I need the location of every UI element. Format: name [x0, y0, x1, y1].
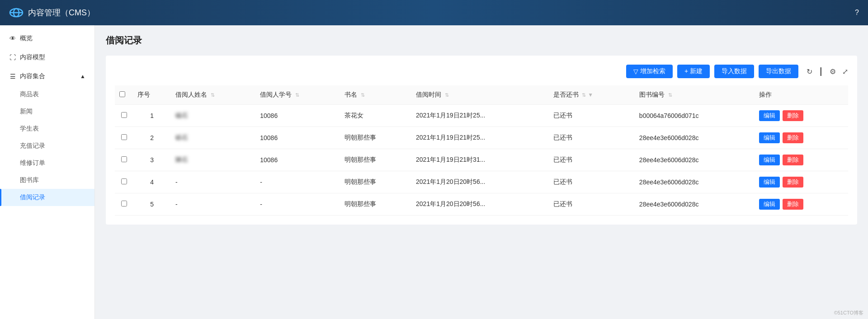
row-book-name: 明朝那些事: [340, 127, 411, 149]
delete-button[interactable]: 删除: [783, 199, 803, 210]
search-filter-button[interactable]: ▽ 增加检索: [626, 65, 673, 78]
table-row: 3陋石10086明朝那些事2021年1月19日21时31...已还书28ee4e…: [115, 149, 848, 171]
sidebar-item-repair[interactable]: 维修订单: [0, 155, 94, 172]
sidebar-sub-label-borrow: 借阅记录: [20, 193, 45, 202]
header-borrow-time: 借阅时间 ⇅: [411, 85, 549, 105]
row-checkbox-cell: [115, 127, 133, 149]
edit-button[interactable]: 编辑: [759, 110, 780, 121]
settings-icon[interactable]: ⚙: [830, 67, 836, 76]
new-label: + 新建: [684, 67, 703, 75]
header-borrower-id: 借阅人学号 ⇅: [255, 85, 340, 105]
row-checkbox-cell: [115, 105, 133, 127]
sidebar-item-overview[interactable]: 👁 概览: [0, 29, 94, 48]
row-checkbox[interactable]: [121, 112, 127, 118]
sidebar-sub-label-recharge: 充值记录: [20, 142, 45, 150]
main-content: 借阅记录 ▽ 增加检索 + 新建 导入数据 导出数据 ↻: [95, 25, 868, 319]
row-seq: 2: [133, 127, 171, 149]
row-borrow-time: 2021年1月19日21时25...: [411, 105, 549, 127]
row-is-returned: 已还书: [549, 149, 635, 171]
refresh-icon[interactable]: ↻: [807, 67, 812, 76]
delete-button[interactable]: 删除: [783, 177, 803, 188]
header-book-name: 书名 ⇅: [340, 85, 411, 105]
search-filter-label: 增加检索: [640, 67, 665, 75]
table-header-row: 序号 借阅人姓名 ⇅ 借阅人学号 ⇅ 书名 ⇅: [115, 85, 848, 105]
blurred-name: 陋石: [175, 156, 188, 163]
delete-button[interactable]: 删除: [783, 155, 803, 165]
filter-is-returned-icon[interactable]: ▼: [588, 92, 593, 98]
header-title: 内容管理（CMS）: [28, 7, 95, 18]
help-icon[interactable]: ?: [855, 9, 859, 17]
row-seq: 4: [133, 171, 171, 193]
sort-book-id-icon[interactable]: ⇅: [668, 92, 672, 98]
row-seq: 3: [133, 149, 171, 171]
row-borrower-name: -: [171, 171, 255, 193]
header-action: 操作: [755, 85, 848, 105]
sidebar-sub-label-repair: 维修订单: [20, 159, 45, 167]
row-book-name: 明朝那些事: [340, 149, 411, 171]
sidebar-item-student[interactable]: 学生表: [0, 120, 94, 137]
blurred-name: 磁石: [175, 112, 188, 119]
row-borrower-name: 砾石: [171, 127, 255, 149]
sort-borrow-time-icon[interactable]: ⇅: [445, 92, 449, 98]
export-label: 导出数据: [766, 67, 791, 75]
table-row: 2砾石10086明朝那些事2021年1月19日21时25...已还书28ee4e…: [115, 127, 848, 149]
row-borrower-id: -: [255, 171, 340, 193]
select-all-checkbox[interactable]: [119, 91, 125, 97]
data-table: 序号 借阅人姓名 ⇅ 借阅人学号 ⇅ 书名 ⇅: [115, 85, 848, 216]
table-row: 4--明朝那些事2021年1月20日20时56...已还书28ee4e3e600…: [115, 171, 848, 193]
sidebar-item-news[interactable]: 新闻: [0, 103, 94, 120]
sort-borrower-id-icon[interactable]: ⇅: [295, 92, 299, 98]
model-icon: ⛶: [9, 54, 16, 61]
sidebar-sub-label-library: 图书库: [20, 176, 39, 184]
edit-button[interactable]: 编辑: [759, 177, 780, 188]
eye-icon: 👁: [9, 35, 16, 42]
collection-icon: ☰: [9, 73, 16, 80]
import-label: 导入数据: [722, 67, 747, 75]
fullscreen-icon[interactable]: ⤢: [842, 67, 848, 76]
import-button[interactable]: 导入数据: [714, 65, 754, 78]
sidebar-label-content-model: 内容模型: [20, 53, 85, 61]
row-checkbox-cell: [115, 149, 133, 171]
row-seq: 1: [133, 105, 171, 127]
sidebar-item-content-collection[interactable]: ☰ 内容集合 ▲: [0, 67, 94, 86]
sidebar-item-content-model[interactable]: ⛶ 内容模型: [0, 48, 94, 67]
row-borrower-id: 10086: [255, 149, 340, 171]
cms-logo-icon: [9, 5, 24, 20]
edit-button[interactable]: 编辑: [759, 132, 780, 143]
sidebar-item-library[interactable]: 图书库: [0, 172, 94, 189]
delete-button[interactable]: 删除: [783, 110, 803, 121]
edit-button[interactable]: 编辑: [759, 199, 780, 210]
column-icon[interactable]: ┃: [819, 67, 823, 76]
row-checkbox[interactable]: [121, 156, 127, 162]
row-borrower-name: 磁石: [171, 105, 255, 127]
sort-book-name-icon[interactable]: ⇅: [361, 92, 365, 98]
row-checkbox[interactable]: [121, 201, 127, 206]
new-button[interactable]: + 新建: [677, 65, 710, 78]
row-checkbox-cell: [115, 171, 133, 193]
sidebar-label-overview: 概览: [20, 34, 85, 42]
edit-button[interactable]: 编辑: [759, 155, 780, 165]
header-is-returned: 是否还书 ⇅ ▼: [549, 85, 635, 105]
chevron-up-icon: ▲: [80, 73, 85, 80]
row-borrower-id: 10086: [255, 105, 340, 127]
sidebar-item-recharge[interactable]: 充值记录: [0, 137, 94, 155]
sort-borrower-name-icon[interactable]: ⇅: [211, 92, 215, 98]
row-checkbox-cell: [115, 193, 133, 216]
filter-icon: ▽: [633, 68, 638, 75]
row-book-id: b00064a76006d071c: [635, 105, 755, 127]
delete-button[interactable]: 删除: [783, 132, 803, 143]
export-button[interactable]: 导出数据: [759, 65, 798, 78]
row-borrower-id: 10086: [255, 127, 340, 149]
row-checkbox[interactable]: [121, 178, 127, 184]
sidebar-sub-label-goods: 商品表: [20, 90, 39, 99]
app-layout: 👁 概览 ⛶ 内容模型 ☰ 内容集合 ▲ 商品表 新闻 学生表 充值记录 维修订…: [0, 25, 868, 319]
sort-is-returned-icon[interactable]: ⇅: [582, 92, 586, 98]
row-borrower-name: 陋石: [171, 149, 255, 171]
sidebar-item-borrow[interactable]: 借阅记录: [0, 189, 94, 206]
header-borrower-name: 借阅人姓名 ⇅: [171, 85, 255, 105]
row-checkbox[interactable]: [121, 134, 127, 140]
watermark: ©51CTO博客: [834, 310, 863, 316]
sidebar-item-goods[interactable]: 商品表: [0, 86, 94, 103]
header: 内容管理（CMS） ?: [0, 0, 868, 25]
row-borrow-time: 2021年1月19日21时31...: [411, 149, 549, 171]
